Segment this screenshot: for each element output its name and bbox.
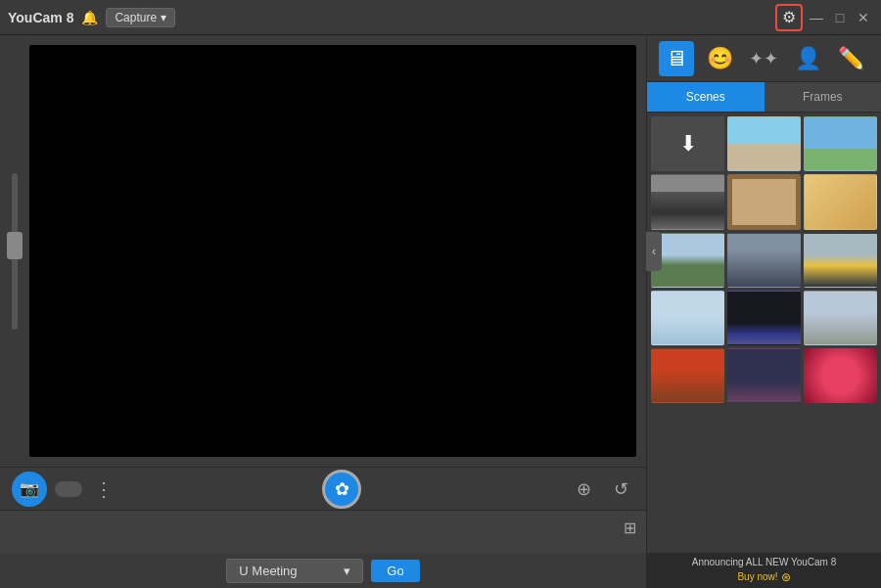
title-bar-right: ⚙ — □ ✕ bbox=[775, 4, 873, 31]
scene-item[interactable] bbox=[651, 174, 724, 229]
maximize-button[interactable]: □ bbox=[830, 8, 850, 27]
scene-item[interactable] bbox=[727, 174, 801, 229]
meeting-chevron-icon: ▾ bbox=[344, 564, 350, 578]
scenes-grid: ⬇ bbox=[647, 113, 881, 553]
scene-item[interactable] bbox=[727, 348, 801, 403]
bell-icon[interactable]: 🔔 bbox=[81, 10, 98, 25]
undo-icon: ↺ bbox=[614, 478, 628, 500]
gear-icon: ⚙ bbox=[782, 8, 796, 26]
slider-container bbox=[0, 45, 29, 457]
panel-tabs: Scenes Frames bbox=[647, 82, 881, 113]
avatar-icon-button[interactable]: 👤 bbox=[790, 41, 825, 76]
collapse-arrow[interactable]: ‹ bbox=[646, 232, 662, 271]
effects-icon-button[interactable]: ✦✦ bbox=[746, 41, 781, 76]
hdr-button[interactable]: ⊕ bbox=[568, 474, 599, 505]
left-panel: ‹ 📷 ⋮ ✿ ⊕ ↺ ⊞ bbox=[0, 35, 646, 588]
scene-item[interactable] bbox=[727, 116, 801, 171]
right-panel: 🖥 😊 ✦✦ 👤 ✏️ Scenes Frames ⬇ bbox=[646, 35, 881, 588]
tab-scenes[interactable]: Scenes bbox=[647, 82, 765, 112]
main-layout: ‹ 📷 ⋮ ✿ ⊕ ↺ ⊞ bbox=[0, 35, 881, 588]
scene-item[interactable] bbox=[804, 291, 877, 345]
scene-item[interactable] bbox=[804, 348, 877, 403]
announce-link[interactable]: Buy now! ⊛ bbox=[737, 569, 790, 586]
controls-bar: 📷 ⋮ ✿ ⊕ ↺ bbox=[0, 467, 646, 510]
bottom-area: ⊞ U Meeting ▾ Go bbox=[0, 510, 646, 588]
emoji-icon-button[interactable]: 😊 bbox=[703, 41, 738, 76]
title-bar-left: YouCam 8 🔔 Capture ▾ bbox=[8, 8, 175, 27]
star-icon: ⊛ bbox=[781, 569, 791, 586]
app-title: YouCam 8 bbox=[8, 10, 73, 25]
camera-area: ‹ bbox=[0, 35, 646, 467]
capture-dropdown[interactable]: Capture ▾ bbox=[106, 8, 175, 27]
toggle-switch[interactable] bbox=[55, 481, 82, 497]
undo-button[interactable]: ↺ bbox=[607, 475, 634, 503]
aperture-icon: ✿ bbox=[335, 478, 349, 500]
camera-icon: 📷 bbox=[20, 479, 39, 498]
shutter-button[interactable]: ✿ bbox=[322, 470, 361, 509]
video-preview bbox=[29, 45, 636, 457]
scene-item[interactable] bbox=[651, 348, 724, 403]
grid-view-icon[interactable]: ⊞ bbox=[624, 519, 636, 537]
clip-icon-button[interactable]: ✏️ bbox=[834, 41, 869, 76]
hdr-icon: ⊕ bbox=[577, 478, 591, 500]
scene-item[interactable] bbox=[727, 233, 801, 288]
go-button[interactable]: Go bbox=[371, 560, 419, 582]
scene-item[interactable] bbox=[804, 174, 877, 229]
settings-button[interactable]: ⚙ bbox=[775, 4, 803, 31]
chevron-down-icon: ▾ bbox=[161, 11, 166, 24]
scene-download[interactable]: ⬇ bbox=[651, 116, 724, 171]
meeting-label: U Meeting bbox=[239, 564, 297, 578]
more-options-button[interactable]: ⋮ bbox=[90, 474, 116, 505]
bottom-thumbnails: ⊞ bbox=[0, 511, 646, 553]
tab-frames[interactable]: Frames bbox=[765, 82, 882, 112]
scene-item[interactable] bbox=[651, 291, 724, 345]
buy-now-text: Buy now! bbox=[737, 570, 777, 584]
camera-button[interactable]: 📷 bbox=[12, 472, 47, 507]
minimize-button[interactable]: — bbox=[807, 8, 826, 27]
scene-item[interactable] bbox=[804, 233, 877, 288]
right-icon-bar: 🖥 😊 ✦✦ 👤 ✏️ bbox=[647, 35, 881, 82]
slider-track[interactable] bbox=[12, 173, 18, 330]
announce-text: Announcing ALL NEW YouCam 8 bbox=[692, 556, 837, 569]
meeting-dropdown[interactable]: U Meeting ▾ bbox=[226, 559, 363, 583]
monitor-icon-button[interactable]: 🖥 bbox=[659, 41, 694, 76]
slider-thumb[interactable] bbox=[7, 232, 23, 259]
close-button[interactable]: ✕ bbox=[854, 8, 873, 27]
scene-item[interactable] bbox=[804, 116, 877, 171]
shutter-inner: ✿ bbox=[328, 475, 355, 503]
bottom-controls: U Meeting ▾ Go bbox=[0, 553, 646, 588]
title-bar: YouCam 8 🔔 Capture ▾ ⚙ — □ ✕ bbox=[0, 0, 881, 35]
scene-item[interactable] bbox=[651, 233, 724, 288]
scene-item[interactable] bbox=[727, 291, 801, 345]
announcement-bar: Announcing ALL NEW YouCam 8 Buy now! ⊛ bbox=[647, 553, 881, 588]
